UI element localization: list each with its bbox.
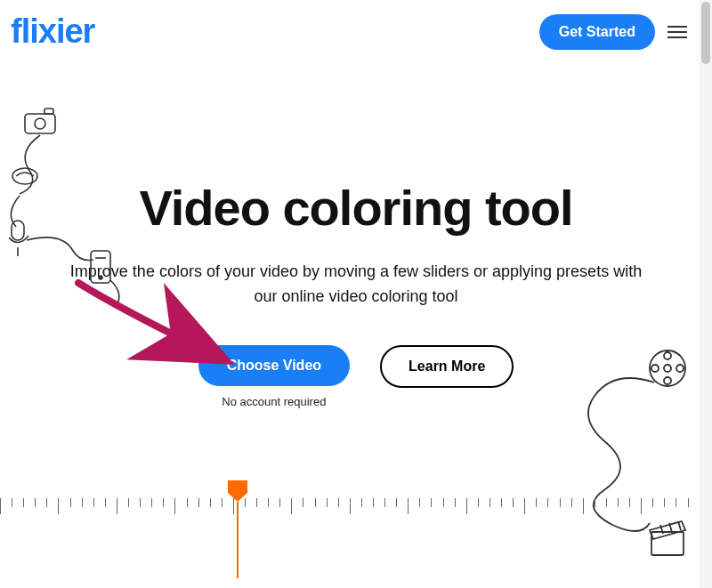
page-subtitle: Improve the colors of your video by movi…	[44, 260, 668, 310]
timeline	[0, 498, 700, 569]
get-started-button[interactable]: Get Started	[539, 14, 655, 50]
choose-video-column: Choose Video No account required	[198, 345, 350, 408]
choose-video-button[interactable]: Choose Video	[198, 345, 350, 386]
scrollbar-thumb[interactable]	[701, 2, 710, 64]
no-account-hint: No account required	[222, 395, 326, 408]
timeline-playhead-icon[interactable]	[228, 480, 247, 560]
logo[interactable]: flixier	[11, 12, 94, 51]
svg-marker-19	[228, 480, 247, 502]
header-right: Get Started	[539, 14, 687, 50]
hamburger-menu-icon[interactable]	[668, 26, 687, 38]
timeline-ticks	[0, 498, 700, 516]
cta-row: Choose Video No account required Learn M…	[0, 345, 712, 408]
hero: Video coloring tool Improve the colors o…	[0, 63, 712, 408]
learn-more-button[interactable]: Learn More	[380, 345, 514, 388]
page-title: Video coloring tool	[0, 179, 712, 237]
header: flixier Get Started	[0, 0, 712, 63]
